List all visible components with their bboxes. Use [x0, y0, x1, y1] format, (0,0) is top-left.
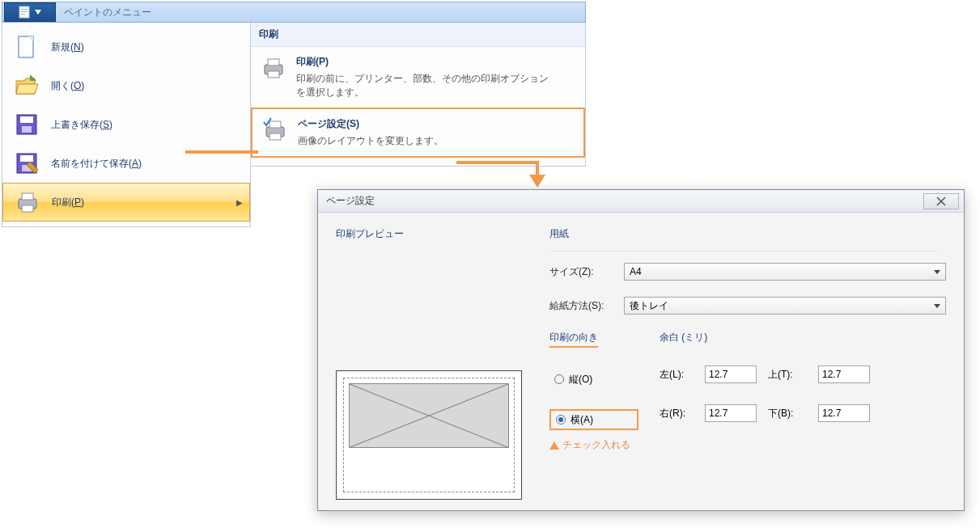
submenu-item-page-setup[interactable]: ページ設定(S) 画像のレイアウトを変更します。 [251, 108, 585, 158]
submenu-item-title: 印刷(P) [296, 55, 555, 69]
margin-top-input[interactable] [818, 365, 870, 383]
radio-label: 縦(O) [569, 373, 592, 386]
source-label: 給紙方法(S): [549, 299, 624, 313]
radio-icon [554, 374, 564, 384]
margins-heading: 余白 (ミリ) [660, 331, 946, 344]
submenu-item-title: ページ設定(S) [298, 117, 443, 131]
page-setup-dialog: ページ設定 印刷プレビュー 用紙 [317, 189, 965, 511]
margin-bottom-label: 下(B): [768, 407, 812, 420]
menu-item-open[interactable]: 開く(O) [2, 66, 250, 105]
svg-rect-18 [22, 193, 33, 200]
print-preview [336, 370, 522, 500]
menu-item-label: 名前を付けて保存(A) [51, 157, 142, 171]
printer-check-icon [262, 117, 288, 143]
margin-right-input[interactable] [705, 404, 757, 422]
svg-rect-14 [20, 155, 33, 162]
menu-item-label: 印刷(P) [52, 196, 84, 209]
svg-rect-3 [21, 14, 25, 15]
radio-icon [556, 415, 566, 425]
print-submenu-panel: 印刷 印刷(P) 印刷の前に、プリンター、部数、その他の印刷オプションを選択しま… [251, 23, 586, 167]
new-file-icon [14, 34, 40, 60]
svg-marker-9 [30, 74, 36, 81]
submenu-item-print[interactable]: 印刷(P) 印刷の前に、プリンター、部数、その他の印刷オプションを選択します。 [251, 47, 585, 108]
callout-connector [536, 161, 539, 175]
menu-item-label: 開く(O) [51, 79, 84, 93]
svg-rect-2 [21, 11, 28, 12]
svg-rect-21 [268, 59, 279, 65]
close-button[interactable] [923, 193, 959, 209]
separator [549, 251, 938, 251]
menu-item-new[interactable]: 新規(N) [2, 27, 250, 66]
svg-rect-1 [21, 9, 28, 10]
orientation-portrait-radio[interactable]: 縦(O) [549, 369, 638, 390]
callout-connector [456, 161, 539, 164]
app-menu-panel: 新規(N) 開く(O) 上書き保存(S) 名前を付けて保存(A) 印刷(P) ▶ [2, 23, 251, 227]
callout-arrow-icon [529, 175, 545, 188]
submenu-item-desc: 画像のレイアウトを変更します。 [298, 134, 443, 148]
orientation-heading: 印刷の向き [549, 331, 598, 348]
svg-rect-22 [268, 71, 279, 78]
callout-connector [185, 150, 258, 154]
orientation-landscape-radio[interactable]: 横(A) [549, 409, 638, 430]
margin-left-input[interactable] [705, 365, 757, 383]
paper-source-dropdown[interactable]: 後トレイ [624, 297, 946, 315]
menu-item-save[interactable]: 上書き保存(S) [2, 105, 250, 144]
size-label: サイズ(Z): [549, 265, 624, 279]
annotation-text: チェック入れる [562, 438, 630, 452]
svg-marker-4 [35, 10, 41, 15]
svg-rect-5 [19, 36, 33, 57]
svg-rect-24 [269, 121, 281, 128]
preview-placeholder-icon [350, 384, 508, 447]
printer-icon [15, 189, 40, 215]
svg-marker-8 [16, 84, 38, 94]
svg-rect-12 [22, 126, 32, 133]
submenu-arrow-icon: ▶ [236, 198, 243, 207]
radio-label: 横(A) [571, 413, 593, 427]
margin-bottom-input[interactable] [818, 404, 870, 422]
paper-size-dropdown[interactable]: A4 [624, 263, 946, 281]
svg-rect-19 [22, 205, 33, 212]
margin-top-label: 上(T): [768, 368, 812, 382]
annotation-check: チェック入れる [549, 438, 630, 452]
open-folder-icon [14, 73, 40, 99]
save-icon [14, 112, 40, 137]
svg-rect-25 [269, 133, 281, 140]
document-icon [19, 6, 30, 19]
submenu-header: 印刷 [251, 23, 585, 47]
save-as-icon [14, 150, 40, 176]
paper-size-value: A4 [630, 266, 642, 277]
paper-source-value: 後トレイ [630, 299, 668, 313]
menu-item-print[interactable]: 印刷(P) ▶ [2, 183, 250, 222]
annotation-arrow-icon [549, 441, 559, 450]
ribbon-title: ペイントのメニュー [64, 6, 151, 19]
close-icon [936, 196, 946, 206]
chevron-down-icon [35, 10, 41, 15]
submenu-item-desc: 印刷の前に、プリンター、部数、その他の印刷オプションを選択します。 [296, 72, 555, 99]
printer-icon [261, 55, 286, 81]
margin-left-label: 左(L): [660, 368, 698, 382]
svg-rect-11 [20, 116, 33, 123]
app-menu-button[interactable] [4, 2, 56, 22]
menu-item-label: 上書き保存(S) [51, 118, 112, 132]
margin-right-label: 右(R): [660, 407, 698, 420]
ribbon-titlebar: ペイントのメニュー [2, 2, 586, 23]
dialog-title: ページ設定 [326, 194, 375, 208]
paper-heading: 用紙 [549, 227, 946, 241]
preview-heading: 印刷プレビュー [336, 227, 530, 241]
menu-item-label: 新規(N) [51, 40, 84, 54]
dialog-titlebar: ページ設定 [318, 190, 964, 213]
